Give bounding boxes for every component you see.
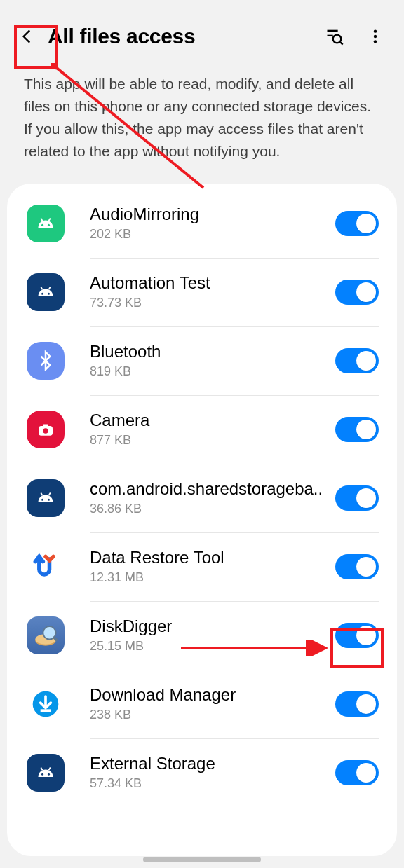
toggle-external-storage[interactable] [335,760,379,785]
app-text: Automation Test 73.73 KB [90,273,335,310]
svg-point-29 [48,773,50,775]
svg-point-19 [48,498,50,500]
app-name: Camera [90,411,335,430]
svg-line-21 [49,492,50,495]
svg-point-12 [48,292,50,294]
app-row-download-manager[interactable]: Download Manager 238 KB [7,670,397,738]
toggle-camera[interactable] [335,417,379,442]
app-text: Bluetooth 819 KB [90,342,335,379]
app-text: External Storage 57.34 KB [90,754,335,791]
app-name: Bluetooth [90,342,335,361]
svg-point-2 [333,35,342,43]
svg-point-6 [374,40,377,43]
svg-line-13 [41,287,42,289]
app-list-card: AudioMirroring 202 KB Automation Test 73… [7,184,397,856]
app-text: Camera 877 KB [90,411,335,448]
svg-point-11 [41,292,43,294]
app-row-diskdigger[interactable]: DiskDigger 25.15 MB [7,601,397,670]
appbar-actions [324,26,386,47]
app-text: AudioMirroring 202 KB [90,205,335,242]
data-restore-icon [27,548,65,586]
toggle-bluetooth[interactable] [335,348,379,373]
app-row-data-restore[interactable]: Data Restore Tool 12.31 MB [7,532,397,601]
home-indicator[interactable] [143,857,261,862]
app-name: Download Manager [90,685,335,705]
app-text: com.android.sharedstorageba.. 36.86 KB [90,479,335,516]
diskdigger-icon [27,616,65,654]
app-name: Data Restore Tool [90,548,335,567]
chevron-left-icon [18,27,36,46]
app-text: Data Restore Tool 12.31 MB [90,548,335,585]
search-list-button[interactable] [324,26,345,47]
permission-description: This app will be able to read, modify, a… [0,73,404,184]
android-app-icon [27,754,65,792]
app-row-automation-test[interactable]: Automation Test 73.73 KB [7,258,397,326]
svg-line-20 [41,492,42,495]
toggle-diskdigger[interactable] [335,623,379,648]
app-row-audiomirroring[interactable]: AudioMirroring 202 KB [7,189,397,258]
svg-line-30 [41,767,42,770]
app-name: Automation Test [90,273,335,293]
page-title: All files access [48,25,324,48]
app-row-sharedstorage[interactable]: com.android.sharedstorageba.. 36.86 KB [7,464,397,532]
android-app-icon [27,205,65,242]
android-app-icon [27,273,65,311]
app-size: 202 KB [90,227,335,242]
app-size: 819 KB [90,364,335,379]
app-row-external-storage[interactable]: External Storage 57.34 KB [7,738,397,807]
app-size: 73.73 KB [90,296,335,310]
toggle-sharedstorage[interactable] [335,485,379,511]
download-icon [27,685,65,723]
app-name: com.android.sharedstorageba.. [90,479,335,499]
app-name: DiskDigger [90,616,335,636]
app-size: 238 KB [90,708,335,722]
more-vertical-icon [368,27,383,46]
app-size: 36.86 KB [90,502,335,516]
camera-icon [27,411,65,448]
svg-point-16 [43,428,48,434]
app-bar: All files access [0,0,404,73]
svg-point-18 [41,498,43,500]
android-app-icon [27,479,65,517]
svg-line-31 [49,767,50,770]
svg-rect-17 [43,424,48,427]
app-size: 57.34 KB [90,776,335,791]
svg-line-14 [49,287,50,289]
toggle-audiomirroring[interactable] [335,211,379,236]
toggle-data-restore[interactable] [335,554,379,579]
app-size: 12.31 MB [90,570,335,585]
app-row-camera[interactable]: Camera 877 KB [7,395,397,464]
app-text: Download Manager 238 KB [90,685,335,722]
svg-line-9 [41,218,42,221]
bluetooth-icon [27,342,65,380]
svg-point-8 [48,223,50,226]
app-row-bluetooth[interactable]: Bluetooth 819 KB [7,326,397,395]
search-list-icon [325,27,344,46]
app-name: External Storage [90,754,335,773]
svg-point-28 [41,773,43,775]
more-button[interactable] [365,26,386,47]
svg-point-7 [41,223,43,226]
svg-line-3 [340,42,343,45]
app-size: 877 KB [90,433,335,448]
back-button[interactable] [13,22,42,51]
app-name: AudioMirroring [90,205,335,224]
svg-point-4 [374,29,377,32]
toggle-automation-test[interactable] [335,280,379,305]
app-size: 25.15 MB [90,639,335,654]
svg-point-5 [374,35,377,38]
app-text: DiskDigger 25.15 MB [90,616,335,654]
toggle-download-manager[interactable] [335,691,379,717]
svg-line-10 [49,218,50,221]
